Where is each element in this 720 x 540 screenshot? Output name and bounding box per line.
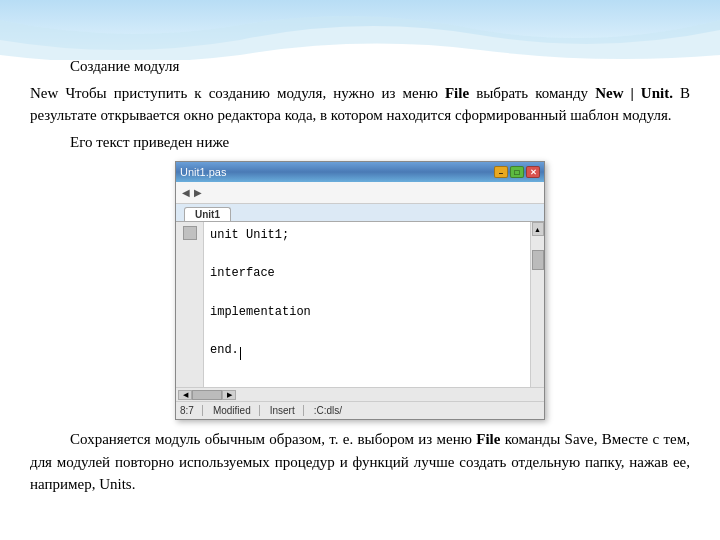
scrollbar-thumb-h[interactable] (192, 390, 222, 400)
status-modified: Modified (213, 405, 260, 416)
code-gutter (176, 222, 204, 387)
gutter-icon (183, 226, 197, 240)
window-controls[interactable]: – □ ✕ (494, 166, 540, 178)
para1: New Чтобы приступить к созданию модуля, … (30, 82, 690, 127)
para3: Сохраняется модуль обычным образом, т. е… (30, 428, 690, 496)
window-toolbar: ◀ ▶ (176, 182, 544, 204)
scrollbar-thumb-v[interactable] (532, 250, 544, 270)
status-path: :C:dls/ (314, 405, 342, 416)
status-insert: Insert (270, 405, 304, 416)
code-line-6 (210, 322, 524, 341)
window-tabs[interactable]: Unit1 (176, 204, 544, 222)
scrollbar-horizontal[interactable]: ◀ ▶ (176, 387, 544, 401)
tab-unit1[interactable]: Unit1 (184, 207, 231, 221)
window-titlebar: Unit1.pas – □ ✕ (176, 162, 544, 182)
maximize-button[interactable]: □ (510, 166, 524, 178)
nav-forward-icon[interactable]: ▶ (194, 187, 202, 198)
para2: Его текст приведен ниже (30, 131, 690, 154)
editor-window-wrap: Unit1.pas – □ ✕ ◀ ▶ Unit1 (30, 161, 690, 420)
close-button[interactable]: ✕ (526, 166, 540, 178)
window-title: Unit1.pas (180, 166, 226, 178)
status-position: 8:7 (180, 405, 203, 416)
minimize-button[interactable]: – (494, 166, 508, 178)
text-cursor (240, 347, 241, 360)
scrollbar-vertical[interactable]: ▲ (530, 222, 544, 387)
code-line-3: interface (210, 264, 524, 283)
top-decoration (0, 0, 720, 60)
new-label-inline: New (30, 85, 65, 101)
code-area[interactable]: unit Unit1; interface implementation end… (204, 222, 530, 387)
scroll-right-arrow[interactable]: ▶ (222, 390, 236, 400)
code-line-2 (210, 245, 524, 264)
editor-window[interactable]: Unit1.pas – □ ✕ ◀ ▶ Unit1 (175, 161, 545, 420)
window-statusbar: 8:7 Modified Insert :C:dls/ (176, 401, 544, 419)
scroll-left-arrow[interactable]: ◀ (178, 390, 192, 400)
code-line-7: end. (210, 341, 524, 360)
code-line-1: unit Unit1; (210, 226, 524, 245)
code-line-5: implementation (210, 303, 524, 322)
code-line-4 (210, 284, 524, 303)
heading: Создание модуля (30, 55, 690, 78)
toolbar-nav[interactable]: ◀ ▶ (182, 187, 202, 198)
main-content: Создание модуля New Чтобы приступить к с… (0, 55, 720, 540)
window-body: unit Unit1; interface implementation end… (176, 222, 544, 387)
scroll-up-arrow[interactable]: ▲ (532, 222, 544, 236)
nav-back-icon[interactable]: ◀ (182, 187, 190, 198)
